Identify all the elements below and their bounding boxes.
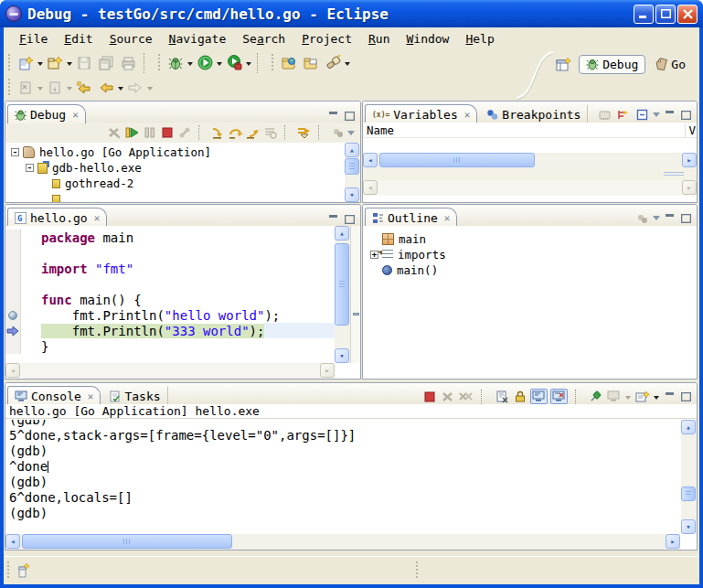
code-line[interactable] [5,245,335,261]
scroll-lock-icon[interactable] [512,389,527,404]
console-terminate-icon[interactable] [421,389,437,404]
mark-occurrences-button[interactable] [15,77,37,99]
step-return-icon[interactable] [245,125,261,141]
outline-close-icon[interactable]: ✕ [444,212,451,224]
mark-occurrences-dropdown[interactable] [37,87,43,93]
editor-tab[interactable]: G hello.go ✕ [7,208,107,227]
variables-view-maximize-icon[interactable] [679,108,693,122]
menu-project[interactable]: Project [293,29,360,48]
minimize-button[interactable] [634,5,654,24]
debug-view-menu-icon[interactable] [347,131,355,139]
title-bar[interactable]: Debug - testGo/src/cmd/hello.go - Eclips… [0,0,703,27]
maximize-button[interactable] [655,5,676,24]
menu-navigate[interactable]: Navigate [161,29,235,48]
use-step-filters-icon[interactable] [296,125,312,141]
outline-row[interactable]: main() [367,262,695,278]
back-button[interactable] [95,77,117,99]
menu-window[interactable]: Window [398,29,457,48]
remove-all-launches-icon[interactable] [458,389,474,404]
editor-gutter[interactable] [5,307,21,323]
collapse-all-icon[interactable] [634,107,650,123]
console-hscrollbar[interactable]: ◂ ▸ [5,534,680,550]
disconnect-icon[interactable] [176,125,192,141]
editor-gutter[interactable] [5,338,21,354]
new-project-dropdown[interactable] [67,62,72,69]
editor-minimize-icon[interactable] [326,212,340,226]
new-project-button[interactable] [44,52,66,74]
debug-view-minimize-icon[interactable] [326,109,340,123]
debug-view-maximize-icon[interactable] [343,109,357,123]
breakpoint-icon[interactable] [8,311,17,320]
show-stderr-toggle[interactable] [550,389,568,404]
show-type-names-icon[interactable] [598,107,613,123]
outline-view-menu-icon[interactable] [653,216,660,224]
print-button[interactable] [117,52,139,74]
search-button[interactable] [322,52,344,74]
debug-view-extra-icon[interactable] [330,125,346,141]
debug-button[interactable] [165,52,186,74]
back-dropdown[interactable] [118,87,123,93]
fast-view-icon[interactable] [16,563,31,579]
open-console-icon[interactable] [634,389,650,404]
code-line[interactable]: import "fmt" [5,261,335,276]
toolbar-grip[interactable] [6,54,12,72]
editor-gutter[interactable] [5,230,21,245]
next-annotation-button[interactable] [44,77,66,99]
open-resource-button[interactable] [300,52,322,74]
forward-button[interactable] [124,77,146,99]
code-line[interactable]: fmt.Println("hello world"); [5,307,335,323]
resume-icon[interactable] [124,125,140,141]
open-console-dropdown[interactable] [654,396,659,402]
open-type-button[interactable] [278,52,300,74]
console-output[interactable]: (gdb)5^done,stack-args=[frame={level="0"… [5,420,680,534]
editor-gutter[interactable] [5,292,21,307]
new-wizard-dropdown[interactable] [37,62,43,69]
perspective-debug-button[interactable]: Debug [579,55,645,74]
code-line[interactable]: package main [5,230,335,245]
save-all-button[interactable] [95,52,117,74]
editor-gutter[interactable] [5,245,21,261]
editor-maximize-icon[interactable] [343,212,357,226]
new-wizard-button[interactable] [15,52,37,74]
outline-row[interactable]: main [367,231,695,247]
console-vscrollbar[interactable]: ▴ ▾ [681,420,697,534]
search-dropdown[interactable] [345,62,350,69]
editor-vscrollbar[interactable]: ▴ ▾ [335,226,350,363]
outline-row[interactable]: +imports [367,247,695,262]
variables-column-header[interactable]: Name V [363,123,697,138]
terminate-icon[interactable] [159,125,175,141]
fast-view-grip[interactable] [7,561,12,580]
menu-file[interactable]: File [11,29,56,48]
outline-minimize-icon[interactable] [663,211,676,225]
tree-expander-icon[interactable]: + [370,251,378,259]
debug-dropdown[interactable] [187,62,193,69]
console-close-icon[interactable]: ✕ [88,390,94,402]
display-console-icon[interactable] [606,389,622,404]
console-maximize-icon[interactable] [679,390,693,403]
variables-detail-hscrollbar[interactable]: ◂ ▸ [363,180,697,196]
code-area[interactable]: package mainimport "fmt"func main() { fm… [5,230,335,363]
overview-ruler[interactable] [350,226,360,363]
perspective-go-button[interactable]: Go [649,56,692,73]
debug-view-tab[interactable]: Debug ✕ [7,104,86,123]
debug-tree-vscrollbar[interactable]: ▴ ▾ [345,143,360,202]
toolbar-grip[interactable] [270,54,275,72]
variables-close-icon[interactable]: ✕ [464,109,471,121]
remove-terminated-icon[interactable] [107,125,122,141]
toolbar-grip[interactable] [6,79,12,97]
display-console-dropdown[interactable] [625,396,631,402]
editor-gutter[interactable] [5,323,21,338]
debug-tree-row[interactable]: -hello.go [Go Application] [7,144,344,160]
close-button[interactable] [677,5,698,24]
external-tools-dropdown[interactable] [246,62,251,69]
debug-view-close-icon[interactable]: ✕ [72,109,79,121]
menu-run[interactable]: Run [360,29,398,48]
remove-launch-icon[interactable] [440,389,455,404]
editor-gutter[interactable] [5,261,21,276]
breakpoints-tab[interactable]: Breakpoints [479,104,588,123]
debug-tree-row[interactable] [7,191,344,202]
show-logical-structure-icon[interactable] [616,107,632,123]
outline-maximize-icon[interactable] [679,211,693,225]
suspend-icon[interactable] [142,125,157,141]
outline-tab[interactable]: Outline ✕ [365,208,457,227]
